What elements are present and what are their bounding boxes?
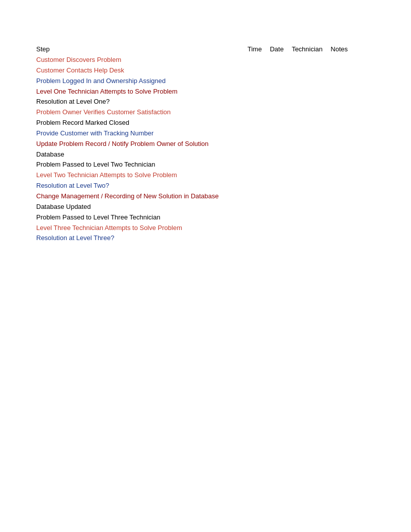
step-item: Level Two Technician Attempts to Solve P… (36, 170, 375, 181)
step-item: Database Updated (36, 202, 375, 212)
page: Step Time Date Technician Notes Customer… (0, 0, 411, 264)
step-item: Level One Technician Attempts to Solve P… (36, 87, 375, 97)
header-date: Date (270, 45, 283, 53)
step-item: Problem Owner Verifies Customer Satisfac… (36, 107, 375, 118)
step-item: Problem Passed to Level Two Technician (36, 160, 375, 170)
step-item: Customer Discovers Problem (36, 55, 375, 65)
step-item: Problem Passed to Level Three Technician (36, 212, 375, 223)
table-header: Step Time Date Technician Notes (36, 45, 375, 53)
header-step: Step (36, 45, 248, 53)
step-item: Provide Customer with Tracking Number (36, 128, 375, 139)
step-item: Update Problem Record / Notify Problem O… (36, 139, 375, 149)
step-item: Problem Record Marked Closed (36, 118, 375, 128)
step-list: Customer Discovers ProblemCustomer Conta… (36, 55, 375, 244)
step-item: Resolution at Level Two? (36, 181, 375, 191)
header-time: Time (248, 45, 262, 53)
step-item: Resolution at Level One? (36, 97, 375, 107)
step-item: Customer Contacts Help Desk (36, 65, 375, 76)
header-notes: Notes (331, 45, 348, 53)
step-item: Problem Logged In and Ownership Assigned (36, 76, 375, 87)
step-item: Database (36, 149, 375, 160)
header-technician: Technician (292, 45, 322, 53)
step-item: Change Management / Recording of New Sol… (36, 191, 375, 202)
step-item: Level Three Technician Attempts to Solve… (36, 223, 375, 234)
step-item: Resolution at Level Three? (36, 233, 375, 244)
header-cols: Time Date Technician Notes (248, 45, 348, 53)
